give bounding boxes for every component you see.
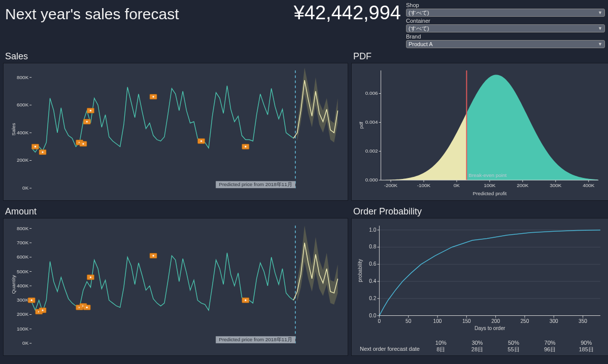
svg-text:800K: 800K bbox=[17, 75, 29, 80]
svg-text:200K: 200K bbox=[17, 157, 29, 163]
svg-text:Predicted price from 2018年11月: Predicted price from 2018年11月 bbox=[219, 337, 292, 342]
svg-text:pdf: pdf bbox=[358, 122, 364, 129]
svg-point-85 bbox=[42, 309, 43, 311]
order-prob-days-row: Next order forecast date 8日 28日 55日 96日 … bbox=[357, 346, 604, 353]
svg-text:300K: 300K bbox=[17, 297, 29, 303]
svg-text:0.0: 0.0 bbox=[369, 313, 376, 318]
svg-point-15 bbox=[42, 152, 43, 153]
chevron-down-icon: ▼ bbox=[598, 26, 602, 31]
svg-text:0K: 0K bbox=[22, 340, 29, 346]
panel-title-order: Order Probability bbox=[351, 205, 608, 218]
page-title: Next year's sales forecast bbox=[5, 6, 179, 23]
svg-point-97 bbox=[245, 300, 246, 301]
panel-title-amount: Amount bbox=[3, 205, 348, 218]
svg-text:500K: 500K bbox=[17, 269, 29, 274]
svg-text:0.4: 0.4 bbox=[369, 278, 376, 284]
svg-text:100: 100 bbox=[433, 318, 442, 324]
svg-point-93 bbox=[90, 276, 91, 278]
svg-text:200K: 200K bbox=[517, 183, 529, 188]
svg-text:300K: 300K bbox=[550, 183, 562, 188]
svg-text:Predicted profit: Predicted profit bbox=[473, 191, 507, 196]
svg-text:400K: 400K bbox=[17, 283, 29, 288]
filter-select-brand[interactable]: Product A ▼ bbox=[406, 40, 605, 48]
svg-text:Break-even point: Break-even point bbox=[468, 172, 506, 178]
chevron-down-icon: ▼ bbox=[598, 42, 602, 47]
svg-point-29 bbox=[245, 146, 246, 148]
svg-text:0.000: 0.000 bbox=[365, 177, 378, 183]
svg-point-81 bbox=[31, 300, 32, 301]
svg-text:700K: 700K bbox=[17, 240, 29, 245]
svg-text:800K: 800K bbox=[17, 226, 29, 231]
chart-sales[interactable]: 0K200K400K600K800KSalesPredicted price f… bbox=[7, 66, 345, 197]
svg-text:200K: 200K bbox=[17, 311, 29, 317]
svg-point-95 bbox=[152, 255, 154, 257]
svg-text:100K: 100K bbox=[17, 326, 29, 332]
svg-text:350: 350 bbox=[579, 318, 587, 324]
svg-point-27 bbox=[200, 140, 202, 142]
filter-select-shop[interactable]: (すべて) ▼ bbox=[406, 9, 605, 17]
svg-text:100K: 100K bbox=[484, 183, 496, 188]
chevron-down-icon: ▼ bbox=[598, 10, 602, 15]
filter-label-container: Container bbox=[406, 18, 605, 24]
svg-text:-100K: -100K bbox=[417, 183, 431, 188]
svg-text:0.002: 0.002 bbox=[365, 148, 378, 154]
svg-text:300: 300 bbox=[550, 318, 558, 324]
filter-value-shop: (すべて) bbox=[409, 9, 429, 17]
svg-text:probability: probability bbox=[357, 259, 363, 282]
svg-text:150: 150 bbox=[462, 318, 471, 324]
svg-text:250: 250 bbox=[521, 318, 529, 324]
filter-select-container[interactable]: (すべて) ▼ bbox=[406, 24, 605, 32]
svg-text:0.8: 0.8 bbox=[369, 244, 376, 249]
svg-text:0.004: 0.004 bbox=[365, 119, 378, 125]
panel-title-sales: Sales bbox=[3, 50, 348, 63]
svg-point-23 bbox=[90, 110, 91, 112]
svg-text:0.6: 0.6 bbox=[369, 261, 376, 267]
chart-pdf[interactable]: -200K-100K0K100K200K300K400K0.0000.0020.… bbox=[355, 66, 605, 197]
svg-text:600K: 600K bbox=[17, 102, 29, 107]
svg-text:400K: 400K bbox=[17, 130, 29, 135]
svg-text:0K: 0K bbox=[22, 185, 29, 191]
svg-text:Predicted price from 2018年11月: Predicted price from 2018年11月 bbox=[219, 181, 292, 187]
svg-text:0.006: 0.006 bbox=[365, 90, 378, 96]
svg-text:0.2: 0.2 bbox=[369, 296, 376, 301]
chart-order-probability[interactable]: 0501001502002503003500.00.20.40.60.81.0D… bbox=[355, 222, 605, 332]
panel-title-pdf: PDF bbox=[351, 50, 608, 63]
svg-text:Days to order: Days to order bbox=[475, 325, 505, 331]
filter-label-brand: Brand bbox=[406, 33, 605, 40]
svg-text:400K: 400K bbox=[583, 183, 595, 188]
svg-point-21 bbox=[86, 121, 88, 122]
svg-text:Sales: Sales bbox=[11, 123, 16, 136]
svg-text:0: 0 bbox=[378, 318, 381, 324]
svg-text:0K: 0K bbox=[454, 183, 460, 188]
svg-text:Quantity: Quantity bbox=[11, 275, 16, 294]
svg-point-91 bbox=[86, 307, 88, 308]
filter-value-brand: Product A bbox=[409, 41, 433, 47]
svg-text:600K: 600K bbox=[17, 254, 29, 260]
svg-point-19 bbox=[82, 143, 84, 144]
svg-text:-200K: -200K bbox=[384, 183, 398, 188]
svg-text:1.0: 1.0 bbox=[369, 227, 376, 233]
svg-point-25 bbox=[152, 96, 154, 97]
filter-value-container: (すべて) bbox=[409, 25, 429, 32]
chart-amount[interactable]: 0K100K200K300K400K500K600K700K800KQuanti… bbox=[7, 222, 345, 352]
svg-text:50: 50 bbox=[406, 318, 412, 324]
svg-text:200: 200 bbox=[491, 318, 500, 324]
forecast-total: ¥42,442,994 bbox=[294, 2, 401, 24]
svg-point-13 bbox=[35, 146, 36, 148]
filter-label-shop: Shop bbox=[406, 2, 605, 9]
order-prob-percent-row: 10% 30% 50% 70% 90% bbox=[357, 340, 604, 346]
